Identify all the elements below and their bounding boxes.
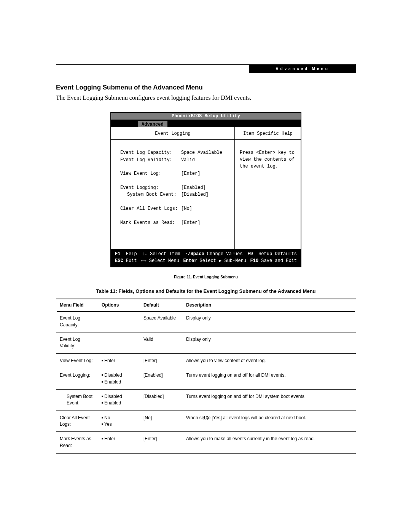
options-list: Enter	[102, 436, 136, 442]
bios-field-label: Clear All Event Logs:	[120, 205, 181, 212]
bios-field-value: [Enabled]	[181, 184, 225, 192]
bios-field-row: System Boot Event:[Disabled]	[111, 191, 234, 198]
cell-default: [Enabled]	[140, 368, 182, 390]
page-number: 19	[0, 415, 411, 422]
bios-tab-bar: Advanced	[111, 120, 301, 127]
table-row: Event Log Capacity:Space AvailableDispla…	[56, 311, 356, 332]
cell-options: Enter	[98, 353, 140, 368]
section-title: Event Logging Submenu of the Advanced Me…	[56, 84, 356, 91]
bios-field-label: Event Logging:	[120, 184, 181, 192]
options-list: DisabledEnabled	[102, 393, 136, 407]
cell-options	[98, 311, 140, 332]
bios-footer-change-values: -/Space Change Values	[185, 251, 242, 257]
table-row: Event Log Validity:ValidDisplay only.	[56, 332, 356, 353]
page-content: Event Logging Submenu of the Advanced Me…	[56, 84, 356, 454]
bios-field-row: Event Logging:[Enabled]	[111, 184, 234, 192]
cell-menu-field: System Boot Event:	[56, 389, 98, 411]
cell-menu-field: Event Log Validity:	[56, 332, 98, 353]
th-options: Options	[98, 299, 140, 311]
bios-field-label: System Boot Event:	[120, 191, 181, 198]
bios-screenshot: PhoenixBIOS Setup Utility Advanced Event…	[110, 112, 301, 267]
bios-field-row: Mark Events as Read:[Enter]	[111, 219, 234, 227]
bios-left-header: Event Logging	[111, 127, 234, 140]
bios-field-value: [Disabled]	[181, 191, 225, 198]
bios-footer-select-submenu: Enter Select ▶ Sub-Menu	[183, 257, 246, 264]
cell-description: Allows you to make all events currently …	[182, 432, 356, 453]
list-item: Disabled	[102, 393, 136, 400]
list-item: Yes	[102, 421, 136, 428]
bios-field-value: Space Available	[181, 149, 225, 157]
options-list: Enter	[102, 358, 136, 364]
bios-field-list: Event Log Capacity:Space AvailableEvent …	[111, 140, 234, 249]
cell-default: [Enter]	[140, 432, 182, 453]
bios-title: PhoenixBIOS Setup Utility	[111, 113, 301, 120]
bios-field-value: Valid	[181, 157, 225, 164]
bios-footer-help: F1 Help	[115, 251, 137, 257]
bios-field-row: View Event Log:[Enter]	[111, 170, 234, 177]
table-header-row: Menu Field Options Default Description	[56, 299, 356, 311]
bios-field-label: Event Log Validity:	[120, 157, 181, 164]
bios-field-label: Mark Events as Read:	[120, 219, 181, 227]
bios-footer-setup-defaults: F9 Setup Defaults	[247, 251, 297, 257]
cell-options: DisabledEnabled	[98, 389, 140, 411]
table-caption: Table 11: Fields, Options and Defaults f…	[56, 288, 356, 294]
bios-gap	[111, 177, 234, 184]
table-row: View Event Log:Enter[Enter]Allows you to…	[56, 353, 356, 368]
bios-gap	[111, 198, 234, 205]
cell-options: Enter	[98, 432, 140, 453]
cell-default: Valid	[140, 332, 182, 353]
options-list: DisabledEnabled	[102, 372, 136, 385]
bios-footer-save-exit: F10 Save and Exit	[250, 257, 297, 264]
cell-description: Display only.	[182, 332, 356, 353]
bios-body: Event Logging Event Log Capacity:Space A…	[111, 127, 301, 249]
cell-description: Allows you to view content of event log.	[182, 353, 356, 368]
bios-field-row: Clear All Event Logs:[No]	[111, 205, 234, 212]
list-item: Disabled	[102, 372, 136, 379]
table-row: Event Logging:DisabledEnabled[Enabled]Tu…	[56, 368, 356, 390]
bios-field-label: Event Log Capacity:	[120, 149, 181, 157]
bios-field-value: [No]	[181, 205, 225, 212]
th-menu-field: Menu Field	[56, 299, 98, 311]
bios-left-pane: Event Logging Event Log Capacity:Space A…	[111, 127, 235, 249]
cell-default: Space Available	[140, 311, 182, 332]
bios-field-row: Event Log Validity:Valid	[111, 157, 234, 164]
cell-menu-field: Event Log Capacity:	[56, 311, 98, 332]
bios-footer-exit: ESC Exit	[115, 257, 137, 264]
section-badge: Advanced Menu	[249, 65, 356, 73]
list-item: Enabled	[102, 379, 136, 385]
list-item: Enter	[102, 436, 136, 442]
bios-field-row: Event Log Capacity:Space Available	[111, 149, 234, 157]
cell-menu-field: Mark Events as Read:	[56, 432, 98, 453]
cell-description: Turns event logging on and off for DMI s…	[182, 389, 356, 411]
bios-footer-select-item: ↑↓ Select Item	[142, 251, 180, 257]
intro-paragraph: The Event Logging Submenu configures eve…	[56, 94, 356, 101]
bios-right-header: Item Specific Help	[235, 127, 301, 140]
bios-right-pane: Item Specific Help Press <Enter> key to …	[235, 127, 301, 249]
bios-gap	[111, 163, 234, 170]
table-row: Mark Events as Read:Enter[Enter]Allows y…	[56, 432, 356, 453]
bios-field-value: [Enter]	[181, 219, 225, 227]
list-item: Enter	[102, 358, 136, 364]
th-default: Default	[140, 299, 182, 311]
cell-description: Display only.	[182, 311, 356, 332]
bios-tab-advanced: Advanced	[137, 120, 168, 127]
th-description: Description	[182, 299, 356, 311]
cell-menu-field: Event Logging:	[56, 368, 98, 390]
field-table: Menu Field Options Default Description E…	[56, 299, 356, 454]
cell-default: [Enter]	[140, 353, 182, 368]
figure-caption: Figure 11. Event Logging Submenu	[56, 275, 356, 279]
cell-options: DisabledEnabled	[98, 368, 140, 390]
bios-field-value: [Enter]	[181, 170, 225, 177]
cell-description: Turns event logging on and off for all D…	[182, 368, 356, 390]
bios-gap	[111, 212, 234, 219]
bios-field-label: View Event Log:	[120, 170, 181, 177]
cell-options	[98, 332, 140, 353]
table-row: System Boot Event:DisabledEnabled[Disabl…	[56, 389, 356, 411]
bios-footer: F1 Help ↑↓ Select Item -/Space Change Va…	[111, 249, 301, 267]
bios-footer-select-menu: ←→ Select Menu	[141, 257, 179, 264]
bios-help-text: Press <Enter> key to view the contents o…	[235, 140, 301, 179]
list-item: Enabled	[102, 400, 136, 406]
cell-default: [Disabled]	[140, 389, 182, 411]
cell-menu-field: View Event Log:	[56, 353, 98, 368]
